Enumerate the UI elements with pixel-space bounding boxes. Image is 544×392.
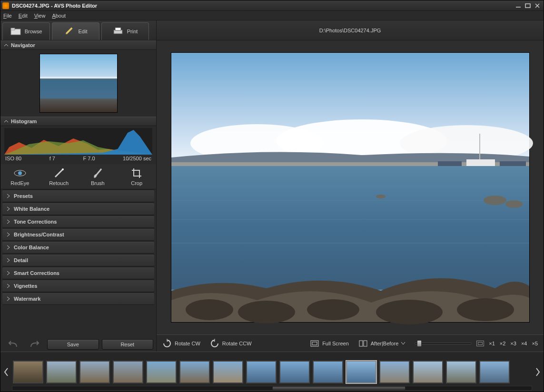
svg-point-29 [376, 195, 386, 198]
thumbnail[interactable] [13, 361, 43, 383]
menu-file[interactable]: File [3, 13, 12, 19]
thumbnail[interactable] [213, 361, 243, 383]
chevron-up-icon [4, 43, 8, 47]
thumbnail[interactable] [246, 361, 277, 383]
zoom-5x[interactable]: ×5 [532, 341, 538, 346]
close-button[interactable] [533, 2, 542, 9]
rotate-cw-button[interactable]: Rotate CW [162, 339, 200, 348]
acc-label: Presets [14, 193, 33, 199]
navigator-header[interactable]: Navigator [0, 40, 156, 50]
tool-row: RedEye Retouch Brush Crop [0, 164, 156, 189]
titlebar: DSC04274.JPG - AVS Photo Editor [0, 0, 544, 11]
svg-rect-8 [115, 28, 121, 30]
thumbnail[interactable] [279, 361, 310, 383]
brush-tool[interactable]: Brush [79, 166, 118, 187]
acc-tone-corrections[interactable]: Tone Corrections [2, 216, 154, 228]
acc-label: Brightness/Contrast [14, 232, 64, 237]
acc-color-balance[interactable]: Color Balance [2, 241, 154, 254]
printer-icon [113, 27, 123, 36]
crop-tool[interactable]: Crop [117, 166, 156, 187]
menu-view[interactable]: View [34, 13, 46, 19]
thumbnail[interactable] [479, 361, 510, 383]
fullscreen-button[interactable]: Full Screen [310, 339, 349, 348]
svg-rect-18 [171, 166, 529, 290]
thumbnail[interactable] [413, 361, 443, 383]
app-icon [2, 2, 9, 9]
strip-next-button[interactable] [534, 358, 542, 386]
fit-to-screen-icon[interactable] [476, 341, 484, 346]
edit-tab[interactable]: Edit [52, 22, 99, 40]
thumbnail[interactable] [179, 361, 210, 383]
chevron-right-icon [7, 258, 10, 262]
undo-button[interactable] [3, 339, 22, 350]
svg-rect-38 [364, 341, 367, 346]
navigator-thumbnail[interactable] [40, 54, 118, 113]
thumbnail-strip [0, 352, 544, 392]
thumbnail[interactable] [446, 361, 476, 383]
redo-button[interactable] [25, 339, 44, 350]
menu-about[interactable]: About [52, 13, 66, 19]
browse-label: Browse [25, 29, 42, 34]
after-before-button[interactable]: After|Before [358, 339, 406, 348]
save-button[interactable]: Save [47, 339, 99, 350]
minimize-button[interactable] [514, 2, 523, 9]
scrollbar-handle[interactable] [272, 386, 406, 390]
brush-label: Brush [91, 180, 105, 186]
strip-scrollbar[interactable] [12, 386, 532, 391]
retouch-tool[interactable]: Retouch [40, 166, 79, 187]
thumbnail[interactable] [146, 361, 177, 383]
undo-icon [7, 341, 19, 348]
retouch-label: Retouch [49, 180, 69, 186]
svg-point-34 [457, 298, 514, 321]
histogram-header[interactable]: Histogram [0, 117, 156, 126]
acc-brightness-contrast[interactable]: Brightness/Contrast [2, 228, 154, 241]
thumbnail[interactable] [46, 361, 77, 383]
svg-rect-37 [359, 341, 363, 346]
acc-vignettes[interactable]: Vignettes [2, 280, 154, 292]
acc-white-balance[interactable]: White Balance [2, 203, 154, 215]
reset-button[interactable]: Reset [102, 339, 154, 350]
svg-point-10 [18, 171, 22, 175]
fullscreen-icon [310, 339, 319, 348]
chevron-right-icon [7, 233, 10, 236]
maximize-button[interactable] [524, 2, 532, 9]
zoom-2x[interactable]: ×2 [500, 341, 506, 346]
acc-label: Vignettes [14, 283, 37, 289]
chevron-right-icon [7, 284, 10, 288]
main-image[interactable] [171, 53, 529, 322]
svg-point-33 [376, 300, 443, 324]
acc-presets[interactable]: Presets [2, 190, 154, 202]
acc-watermark[interactable]: Watermark [2, 293, 154, 305]
navigator-title: Navigator [11, 42, 35, 48]
thumbnail[interactable] [379, 361, 410, 383]
folder-icon [10, 27, 21, 36]
acc-detail[interactable]: Detail [2, 254, 154, 266]
menu-edit[interactable]: Edit [19, 13, 28, 19]
rotate-ccw-button[interactable]: Rotate CCW [210, 339, 252, 348]
zoom-4x[interactable]: ×4 [521, 341, 527, 346]
file-path: D:\Photos\DSC04274.JPG [157, 20, 544, 40]
thumbnail[interactable] [79, 361, 110, 383]
chevron-right-icon [7, 207, 10, 211]
histogram-graph [4, 128, 152, 155]
acc-label: Tone Corrections [14, 219, 57, 225]
redeye-tool[interactable]: RedEye [0, 166, 40, 187]
zoom-slider-knob[interactable] [417, 340, 422, 347]
thumbnail[interactable] [113, 361, 143, 383]
thumbnail[interactable] [313, 361, 343, 383]
browse-tab[interactable]: Browse [2, 22, 50, 40]
rotate-ccw-icon [210, 339, 219, 348]
zoom-3x[interactable]: ×3 [510, 341, 516, 346]
pencil-icon [64, 27, 75, 36]
iso-label: ISO 80 [5, 156, 21, 161]
print-label: Print [127, 29, 138, 34]
strip-prev-button[interactable] [2, 358, 10, 386]
svg-point-32 [307, 299, 359, 320]
zoom-slider[interactable] [415, 343, 472, 344]
thumbnail-selected[interactable] [346, 361, 376, 383]
print-tab[interactable]: Print [101, 22, 149, 40]
acc-smart-corrections[interactable]: Smart Corrections [2, 267, 154, 279]
chevron-down-icon [401, 342, 405, 345]
after-before-label: After|Before [371, 341, 399, 346]
zoom-1x[interactable]: ×1 [489, 341, 495, 346]
